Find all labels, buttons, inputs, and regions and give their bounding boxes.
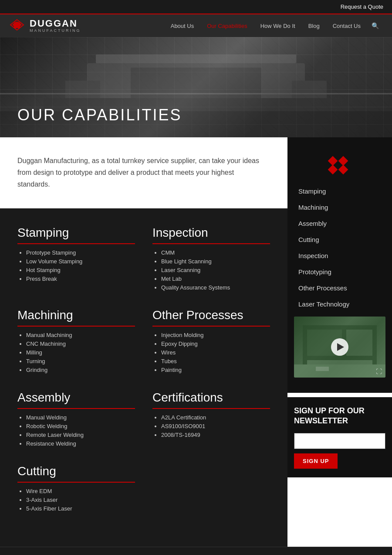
top-bar: Request a Quote <box>0 0 392 14</box>
list-item: Epoxy Dipping <box>161 340 270 347</box>
hero-title: OUR CAPABILITIES <box>17 106 182 124</box>
sidebar-item-laser-technology[interactable]: Laser Technology <box>287 296 392 312</box>
cap-list-certifications: A2LA Certification AS9100/ISO9001 2008/T… <box>152 414 270 438</box>
list-item: Wires <box>161 349 270 356</box>
list-item: Wire EDM <box>26 488 135 494</box>
play-button[interactable] <box>331 338 348 356</box>
newsletter-signup-button[interactable]: SIGN UP <box>294 453 338 469</box>
hero-section: OUR CAPABILITIES <box>0 37 392 137</box>
newsletter-email-input[interactable] <box>294 433 385 449</box>
list-item: Laser Scanning <box>161 267 270 273</box>
list-item: Hot Stamping <box>26 267 135 273</box>
nav-blog[interactable]: Blog <box>302 15 326 37</box>
cap-list-other: Injection Molding Epoxy Dipping Wires Tu… <box>152 332 270 373</box>
list-item: 3-Axis Laser <box>26 497 135 503</box>
cap-group-cutting: Cutting Wire EDM 3-Axis Laser 5-Axis Fib… <box>17 464 135 514</box>
cap-title-assembly: Assembly <box>17 391 135 409</box>
list-item: Robotic Welding <box>26 423 135 429</box>
cap-title-cutting: Cutting <box>17 464 135 483</box>
logo[interactable]: DUGGAN MANUFACTURING <box>9 14 81 37</box>
sidebar-item-cutting[interactable]: Cutting <box>287 232 392 248</box>
sidebar-item-inspection[interactable]: Inspection <box>287 248 392 264</box>
sidebar-item-prototyping[interactable]: Prototyping <box>287 264 392 280</box>
svg-rect-21 <box>346 330 372 356</box>
sidebar-item-other-processes[interactable]: Other Processes <box>287 280 392 296</box>
list-item: AS9100/ISO9001 <box>161 423 270 429</box>
list-item: Manual Welding <box>26 414 135 421</box>
play-triangle-icon <box>337 343 344 351</box>
cap-title-machining: Machining <box>17 308 135 327</box>
cap-group-assembly: Assembly Manual Welding Robotic Welding … <box>17 391 135 449</box>
nav-about[interactable]: About Us <box>164 15 200 37</box>
main-nav: DUGGAN MANUFACTURING About Us Our Capabi… <box>0 14 392 37</box>
sidebar-newsletter: SIGN UP FOR OUR NEWSLETTER SIGN UP <box>287 397 392 477</box>
list-item: Quality Assurance Systems <box>161 284 270 291</box>
sidebar-item-machining[interactable]: Machining <box>287 199 392 215</box>
svg-rect-24 <box>316 367 329 371</box>
list-item: Press Break <box>26 276 135 282</box>
list-item: Manual Machining <box>26 332 135 338</box>
svg-rect-23 <box>294 364 385 378</box>
footer-main: DUGGAN MANUFACTURING ISO 9001:2008 AS910… <box>0 547 392 555</box>
left-main: Duggan Manufacturing, as a total turnkey… <box>0 137 287 547</box>
cap-list-cutting: Wire EDM 3-Axis Laser 5-Axis Fiber Laser <box>17 488 135 512</box>
logo-icon <box>9 19 25 33</box>
sidebar-nav: Stamping Machining Assembly Cutting Insp… <box>287 137 392 393</box>
svg-rect-10 <box>65 81 100 98</box>
cap-title-stamping: Stamping <box>17 226 135 244</box>
cap-title-other: Other Processes <box>152 308 270 327</box>
video-thumbnail[interactable]: ⛶ <box>294 317 385 378</box>
list-item: CMM <box>161 249 270 256</box>
sidebar: Stamping Machining Assembly Cutting Insp… <box>287 137 392 547</box>
newsletter-title: SIGN UP FOR OUR NEWSLETTER <box>294 406 385 426</box>
list-item: Resistance Welding <box>26 440 135 447</box>
cap-group-certifications: Certifications A2LA Certification AS9100… <box>152 391 270 449</box>
svg-rect-9 <box>131 68 261 102</box>
list-item: Prototype Stamping <box>26 249 135 256</box>
svg-rect-16 <box>338 156 348 166</box>
list-item: Blue Light Scanning <box>161 258 270 265</box>
list-item: CNC Machining <box>26 340 135 347</box>
cap-list-stamping: Prototype Stamping Low Volume Stamping H… <box>17 249 135 282</box>
sidebar-item-stamping[interactable]: Stamping <box>287 183 392 199</box>
svg-rect-18 <box>338 165 348 175</box>
list-item: 5-Axis Fiber Laser <box>26 505 135 512</box>
sidebar-logo <box>287 146 392 183</box>
capabilities-section: Stamping Prototype Stamping Low Volume S… <box>0 208 287 547</box>
svg-rect-17 <box>328 165 338 175</box>
nav-capabilities[interactable]: Our Capabilities <box>200 15 254 37</box>
list-item: 2008/TS-16949 <box>161 432 270 438</box>
list-item: Injection Molding <box>161 332 270 338</box>
sidebar-nav-list: Stamping Machining Assembly Cutting Insp… <box>287 183 392 312</box>
cap-title-inspection: Inspection <box>152 226 270 244</box>
list-item: A2LA Certification <box>161 414 270 421</box>
cap-list-assembly: Manual Welding Robotic Welding Remote La… <box>17 414 135 447</box>
list-item: Low Volume Stamping <box>26 258 135 265</box>
cap-list-machining: Manual Machining CNC Machining Milling T… <box>17 332 135 373</box>
list-item: Met Lab <box>161 276 270 282</box>
cap-group-machining: Machining Manual Machining CNC Machining… <box>17 308 135 375</box>
request-quote-link[interactable]: Request a Quote <box>341 3 383 10</box>
expand-icon[interactable]: ⛶ <box>376 368 382 375</box>
list-item: Milling <box>26 349 135 356</box>
search-icon[interactable]: 🔍 <box>367 14 383 37</box>
cap-group-stamping: Stamping Prototype Stamping Low Volume S… <box>17 226 135 293</box>
list-item: Remote Laser Welding <box>26 432 135 438</box>
svg-rect-11 <box>292 81 327 98</box>
svg-rect-8 <box>96 54 296 63</box>
cap-title-certifications: Certifications <box>152 391 270 409</box>
logo-title: DUGGAN <box>30 19 81 28</box>
list-item: Grinding <box>26 367 135 373</box>
logo-subtitle: MANUFACTURING <box>30 28 81 33</box>
list-item: Painting <box>161 367 270 373</box>
sidebar-diamond-icon <box>327 155 353 177</box>
nav-links: About Us Our Capabilities How We Do It B… <box>164 14 383 37</box>
sidebar-video: ⛶ <box>287 312 392 384</box>
cap-list-inspection: CMM Blue Light Scanning Laser Scanning M… <box>152 249 270 291</box>
sidebar-item-assembly[interactable]: Assembly <box>287 215 392 232</box>
cap-group-other: Other Processes Injection Molding Epoxy … <box>152 308 270 375</box>
nav-how[interactable]: How We Do It <box>254 15 302 37</box>
nav-contact[interactable]: Contact Us <box>326 15 367 37</box>
main-content: Duggan Manufacturing, as a total turnkey… <box>0 137 392 547</box>
intro-section: Duggan Manufacturing, as a total turnkey… <box>0 137 287 208</box>
